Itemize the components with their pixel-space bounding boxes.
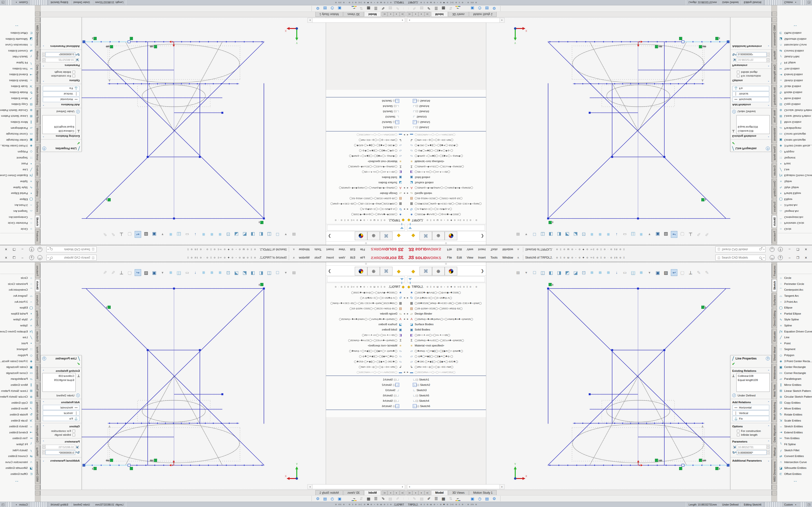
panel-splitter-handle[interactable] [406, 241, 486, 245]
flip-icon[interactable]: ⇅ [358, 496, 365, 501]
help-icon[interactable]: ? [29, 247, 34, 252]
disabled-tool-icon[interactable]: ▢ [126, 269, 133, 276]
tree-row[interactable]: ▦ ◯25✚3Ξ25◯ИΝ◎∘✚⊃С3Ξ∩25◯∘◯25∩Ξ3С⊂✚∘◎ΝИ◯ [406, 300, 486, 306]
tool-menu-item[interactable]: ▱ Parallelogram [777, 376, 812, 382]
relation-item[interactable]: Equal length109 [44, 125, 74, 129]
tool-menu-item[interactable]: ⌒ Centerpoint Arc [777, 214, 812, 220]
restore-button[interactable]: ❐ [794, 246, 802, 252]
command-tab[interactable]: MBD Dimensions [35, 459, 40, 484]
minimize-button[interactable]: – [785, 246, 794, 252]
configuration-manager-tab[interactable]: ⊕ [367, 267, 380, 276]
collinear-tag[interactable]: ╱ 3 [92, 467, 97, 470]
dropdown-icon[interactable]: ▾ [646, 231, 653, 238]
rollback-bar[interactable] [326, 409, 406, 410]
expand-arrow-icon[interactable]: ▶ [406, 318, 409, 320]
markup-stack-icon[interactable]: ▤ [387, 6, 394, 11]
equal-tag[interactable]: = 109 [150, 459, 157, 462]
zebra-stripes-icon[interactable]: ▨ [143, 269, 149, 276]
tool-menu-item[interactable]: ◈ 3 Point Center Recta... [0, 358, 35, 364]
custom-dropdown[interactable]: Custom ▲ [781, 502, 800, 507]
checkbox[interactable] [72, 430, 75, 433]
scroll-right-icon[interactable]: ▸ [500, 18, 504, 22]
tool-menu-item[interactable]: ✂ Trim Entities [0, 435, 35, 441]
tree-row[interactable]: ▱ ◯✚ИΝ◎∙+◯✶◉∥◯∘◯∥◉✶◯+∙◎ΝИ✚◯ [326, 154, 406, 159]
display-manager-tab[interactable] [445, 267, 457, 276]
document-tab[interactable]: Model [431, 12, 448, 17]
tool-menu-item[interactable]: ⊞ Linear Sketch Pattern [777, 388, 812, 394]
tool-menu-item[interactable]: ∩ Intersection Curve [777, 459, 812, 465]
markup-pen-icon[interactable]: ✎ [394, 6, 401, 11]
expand-arrow-icon[interactable]: ▶ [403, 313, 406, 315]
tool-menu-item[interactable]: ⇥ Extend Entities [0, 429, 35, 435]
feature-manager-tab[interactable]: ◆ [407, 231, 419, 240]
chevron-up-icon[interactable]: ⌃ [767, 135, 769, 137]
shaded-view-icon[interactable]: ■ [217, 269, 223, 276]
horizontal-relation-icon[interactable]: — Horizontal [732, 405, 769, 410]
parameter-value-field[interactable]: 0.00000000° [737, 52, 767, 57]
command-tab[interactable]: Mesh Modeling [35, 85, 40, 107]
markup-stack-icon[interactable]: ▤ [387, 496, 394, 501]
restore-button[interactable]: ❐ [794, 255, 802, 261]
command-tab[interactable]: MBD Dimensions [772, 459, 777, 484]
parameters-header[interactable]: Parameters [732, 64, 767, 67]
document-tab[interactable]: Model [431, 490, 448, 495]
scroll-right-icon[interactable]: ▸ [500, 485, 504, 489]
color-swatch-icon[interactable]: ⌐ [350, 496, 358, 501]
display-settings-icon[interactable]: ▭ [184, 231, 191, 238]
spinner-control[interactable]: ▲▼ [42, 445, 45, 449]
ellipse-large[interactable] [572, 424, 704, 463]
tree-row-sketch[interactable]: ∟ (-) Sketch4 [406, 398, 486, 403]
hatch-icon[interactable]: ▦ [440, 6, 447, 11]
section-bottom-view-icon[interactable]: ◪ [233, 231, 240, 238]
normal-to-icon[interactable]: ↓ [613, 231, 620, 238]
units-icon[interactable]: ◳ [0, 0, 6, 5]
tree-row[interactable]: ▶ ▱ Design Binder [406, 191, 486, 196]
tool-menu-item[interactable]: ╭ Sketch Fillet [777, 447, 812, 453]
tree-row-sketch[interactable]: ∟ (-) Sketch2 [406, 119, 486, 125]
tool-menu-item[interactable]: ∷ Segment [777, 155, 812, 161]
divider[interactable] [343, 6, 350, 11]
additional-parameters-header[interactable]: Additional Parameters [732, 45, 767, 48]
isometric-view-icon[interactable]: ■ [209, 269, 215, 276]
tool-menu-item[interactable]: ƒx Equation Driven Curve [777, 173, 812, 179]
parameters-header[interactable]: Parameters [45, 64, 80, 67]
section-left-view-icon[interactable]: ◧ [548, 269, 554, 276]
tool-menu-item[interactable]: ≈ Spline [0, 323, 35, 329]
section-view-icon[interactable]: ◫ [630, 231, 636, 238]
search-input[interactable] [53, 247, 91, 251]
section-left-view-icon[interactable]: ◧ [258, 231, 264, 238]
tree-horizontal-scrollbar[interactable]: ◂ ▸ [407, 18, 505, 23]
display-settings-icon[interactable]: ▭ [184, 269, 191, 276]
command-tab[interactable]: Data Migration [35, 423, 40, 445]
minimize-button[interactable]: – [18, 246, 27, 252]
tree-horizontal-scrollbar[interactable]: ◂ ▸ [307, 484, 405, 489]
hidden-lines-view-icon[interactable]: ◫ [266, 231, 272, 238]
relation-item[interactable]: Collinear108 [738, 129, 768, 133]
tab-nav-button[interactable]: ▸| [424, 490, 430, 495]
ok-button[interactable]: ✔ [730, 140, 771, 145]
expand-arrow-icon[interactable]: ▶ [403, 187, 406, 189]
tool-menu-item[interactable]: ∿ Style Spline [777, 184, 812, 190]
spinner-control[interactable]: ▲▼ [767, 52, 770, 57]
relation-item[interactable]: Collinear108 [738, 374, 768, 378]
tool-menu-item[interactable]: ○ Circle [777, 226, 812, 232]
chevron-up-icon[interactable]: ⌃ [43, 370, 45, 372]
add-relations-header[interactable]: Add Relations [45, 103, 80, 106]
rollback-bar[interactable] [406, 131, 486, 131]
tool-menu-item[interactable]: ⇔ Stretch Entities [777, 424, 812, 430]
tool-menu-item[interactable]: ⇔ Stretch Entities [0, 78, 35, 84]
expand-arrow-icon[interactable]: ▶ [403, 192, 406, 194]
folder-check-icon[interactable]: ▤ [483, 6, 491, 11]
document-tab[interactable]: 3D Views [448, 12, 469, 17]
tool-menu-item[interactable]: ▪ Point [777, 161, 812, 167]
feature-manager-tab[interactable]: ◆ [393, 267, 405, 276]
tree-row[interactable]: ▱ ◯∙◎✚◯✶◉∥◯∘◯∥◉✶◯✚◎∙◯ [406, 148, 486, 154]
property-manager-tab[interactable]: ⌘ [380, 267, 393, 276]
tool-menu-item[interactable]: ◇ Polygon [0, 352, 35, 358]
command-tab[interactable]: : [35, 12, 40, 16]
tool-menu-item[interactable]: ◈ 3 Point Center Recta... [0, 143, 35, 149]
section-bottom-view-icon[interactable]: ◪ [572, 231, 579, 238]
tool-menu-item[interactable]: ⊏ Offset Entities [0, 30, 35, 36]
tool-menu-item[interactable]: ⊞ Linear Sketch Pattern [0, 113, 35, 119]
tree-row[interactable]: ▶ A ◯25ИΝ◎∘✚Α✚◎ИΝΑ◯∘◯ΑΝИ◎✚Α✚∘◎ΝИ25◯ [326, 316, 406, 322]
